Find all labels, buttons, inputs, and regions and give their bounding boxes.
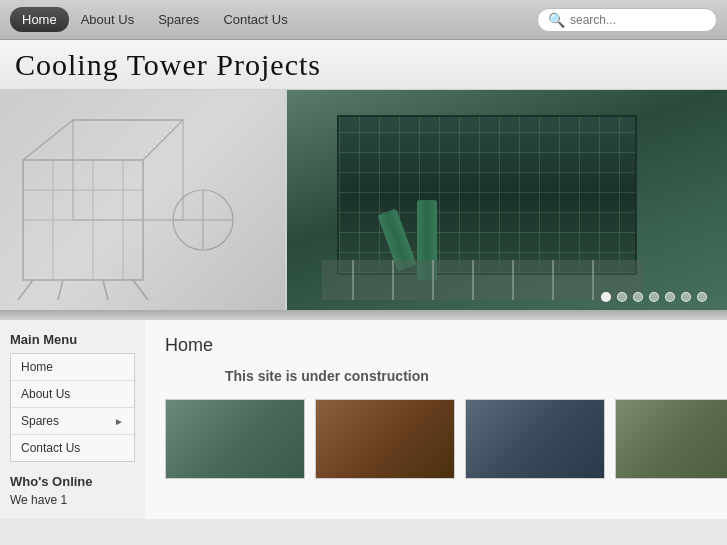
sidebar-menu: Home About Us Spares ► Contact Us [10, 353, 135, 462]
thumbnail-1[interactable] [165, 399, 305, 479]
structure-line [352, 260, 354, 300]
svg-line-2 [143, 120, 183, 160]
sketch-svg [13, 100, 273, 300]
nav-spares[interactable]: Spares [146, 7, 211, 32]
sidebar-item-spares[interactable]: Spares ► [11, 408, 134, 435]
nav-about-us[interactable]: About Us [69, 7, 146, 32]
thumbnail-2[interactable] [315, 399, 455, 479]
nav-contact-us[interactable]: Contact Us [211, 7, 299, 32]
search-icon: 🔍 [548, 12, 565, 28]
svg-line-14 [58, 280, 63, 300]
tower-structure-base [322, 260, 642, 300]
dot-6[interactable] [681, 292, 691, 302]
hero-slideshow-dots [601, 292, 707, 302]
dot-2[interactable] [617, 292, 627, 302]
structure-line [592, 260, 594, 300]
content-heading: Home [165, 335, 727, 356]
content-area: Home This site is under construction [145, 320, 727, 519]
nav-home[interactable]: Home [10, 7, 69, 32]
svg-line-15 [103, 280, 108, 300]
structure-line [512, 260, 514, 300]
under-construction-text: This site is under construction [225, 368, 727, 384]
svg-line-1 [23, 120, 73, 160]
top-navigation: Home About Us Spares Contact Us 🔍 [0, 0, 727, 40]
hero-sketch-background [0, 90, 285, 310]
structure-line [552, 260, 554, 300]
sidebar-item-contact-us[interactable]: Contact Us [11, 435, 134, 461]
sidebar-item-about-us[interactable]: About Us [11, 381, 134, 408]
dot-4[interactable] [649, 292, 659, 302]
whos-online-title: Who's Online [10, 474, 135, 489]
hero-shadow [0, 310, 727, 320]
tower-main-body [337, 115, 637, 275]
thumbnail-row [165, 399, 727, 479]
dot-3[interactable] [633, 292, 643, 302]
tower-grid-pattern [339, 117, 635, 273]
thumbnail-4[interactable] [615, 399, 727, 479]
structure-line [432, 260, 434, 300]
search-input[interactable] [570, 13, 720, 27]
sidebar-item-home[interactable]: Home [11, 354, 134, 381]
spares-arrow-icon: ► [114, 416, 124, 427]
main-content: Main Menu Home About Us Spares ► Contact… [0, 320, 727, 519]
structure-line [472, 260, 474, 300]
structure-line [392, 260, 394, 300]
thumbnail-3[interactable] [465, 399, 605, 479]
svg-line-16 [133, 280, 148, 300]
svg-rect-4 [73, 120, 183, 220]
whos-online-text: We have 1 [10, 493, 135, 507]
main-menu-title: Main Menu [10, 332, 135, 347]
dot-7[interactable] [697, 292, 707, 302]
dot-5[interactable] [665, 292, 675, 302]
tower-illustration [307, 110, 687, 300]
search-bar[interactable]: 🔍 [537, 8, 717, 32]
svg-line-13 [18, 280, 33, 300]
dot-1[interactable] [601, 292, 611, 302]
header-banner: Cooling Tower Projects [0, 40, 727, 90]
sidebar: Main Menu Home About Us Spares ► Contact… [0, 320, 145, 519]
hero-area [0, 90, 727, 310]
site-title: Cooling Tower Projects [15, 48, 321, 82]
hero-photo [287, 90, 727, 310]
